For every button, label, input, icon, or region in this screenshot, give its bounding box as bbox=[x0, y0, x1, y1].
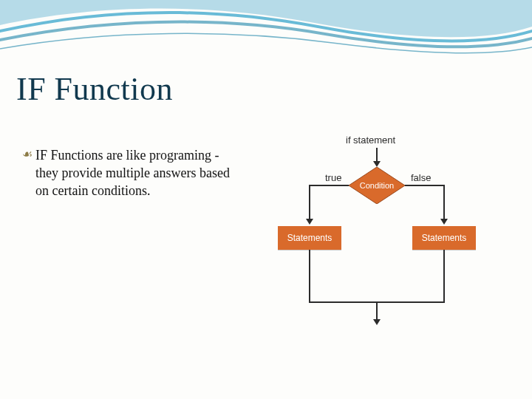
line-right-h bbox=[405, 185, 445, 186]
label-false: false bbox=[411, 172, 431, 183]
arrow-right-head bbox=[440, 219, 448, 225]
line-right-down bbox=[443, 250, 445, 301]
line-left-h bbox=[309, 185, 349, 186]
bullet-text: IF Functions are like programing - they … bbox=[35, 146, 244, 200]
line-out-v bbox=[376, 301, 378, 321]
diagram-column: if statement Condition true false Statem… bbox=[244, 146, 510, 368]
line-left-down bbox=[309, 250, 310, 301]
condition-diamond: Condition bbox=[349, 167, 405, 204]
arrow-out-head bbox=[373, 319, 381, 325]
arrow-left-head bbox=[306, 219, 313, 225]
arrow-in-head bbox=[373, 161, 381, 167]
body-row: ☙ IF Functions are like programing - the… bbox=[22, 146, 510, 368]
box-statements-left: Statements bbox=[278, 226, 341, 250]
line-left-v bbox=[309, 185, 310, 220]
line-right-v bbox=[443, 185, 445, 220]
slide-title: IF Function bbox=[16, 70, 173, 108]
label-if-statement: if statement bbox=[346, 134, 395, 146]
label-true: true bbox=[325, 172, 341, 183]
arrow-in-line bbox=[376, 148, 378, 163]
bullet-block: ☙ IF Functions are like programing - the… bbox=[22, 146, 244, 200]
condition-text: Condition bbox=[349, 167, 405, 204]
bullet-icon: ☙ bbox=[22, 146, 35, 200]
flowchart: if statement Condition true false Statem… bbox=[273, 139, 480, 361]
box-statements-right: Statements bbox=[412, 226, 476, 250]
header-wave bbox=[0, 0, 532, 66]
